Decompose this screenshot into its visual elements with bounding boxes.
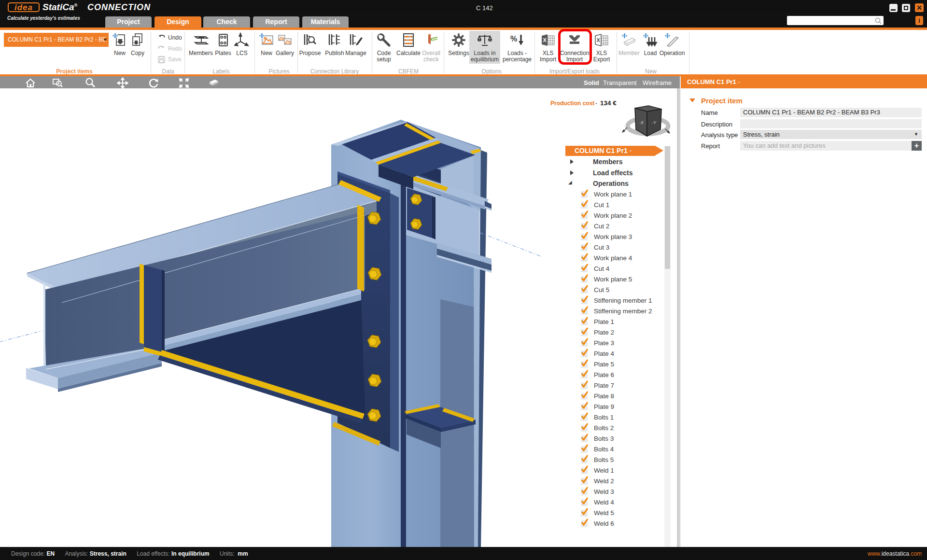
svg-text:X: X <box>597 37 601 43</box>
svg-text:%: % <box>510 35 517 43</box>
svg-text:-Y: -Y <box>652 120 657 125</box>
svg-text:-X: -X <box>639 120 644 125</box>
svg-text:X: X <box>543 37 547 43</box>
